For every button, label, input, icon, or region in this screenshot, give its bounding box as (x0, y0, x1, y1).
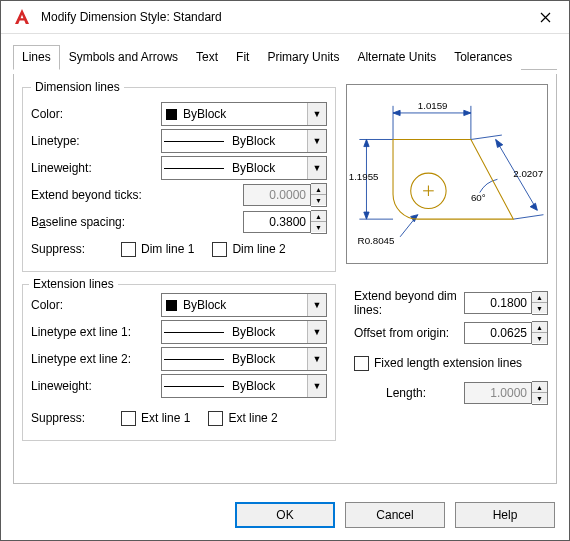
dialog-body: Lines Symbols and Arrows Text Fit Primar… (1, 34, 569, 492)
label-fixed-length: Length: (354, 386, 464, 400)
tab-alternate-units[interactable]: Alternate Units (348, 45, 445, 70)
lineweight-sample-icon (164, 168, 224, 169)
checkbox-fixed-length[interactable]: Fixed length extension lines (354, 356, 522, 371)
chevron-down-icon: ▼ (307, 375, 326, 397)
preview-dim-angle: 60° (471, 192, 486, 203)
label-offset-from-origin: Offset from origin: (354, 326, 464, 340)
window-title: Modify Dimension Style: Standard (41, 10, 523, 24)
tab-symbols[interactable]: Symbols and Arrows (60, 45, 187, 70)
tab-tolerances[interactable]: Tolerances (445, 45, 521, 70)
checkbox-icon (208, 411, 223, 426)
checkbox-icon (354, 356, 369, 371)
titlebar: Modify Dimension Style: Standard (1, 1, 569, 34)
checkbox-ext-line-1[interactable]: Ext line 1 (121, 411, 190, 426)
chevron-down-icon: ▼ (307, 321, 326, 343)
input-extend-beyond-dim-lines[interactable] (464, 292, 532, 314)
combo-ext-color[interactable]: ByBlock ▼ (161, 293, 327, 317)
combo-ext-lineweight[interactable]: ByBlock ▼ (161, 374, 327, 398)
spinner-buttons[interactable]: ▲▼ (532, 291, 548, 315)
lineweight-sample-icon (164, 386, 224, 387)
label-extend-beyond-dim-lines: Extend beyond dim lines: (354, 289, 464, 317)
checkbox-label: Ext line 2 (228, 411, 277, 425)
checkbox-label: Fixed length extension lines (374, 356, 522, 370)
spinner-baseline-spacing[interactable]: ▲▼ (243, 210, 327, 234)
app-logo-icon (9, 4, 35, 30)
tab-text[interactable]: Text (187, 45, 227, 70)
tab-bar: Lines Symbols and Arrows Text Fit Primar… (13, 44, 557, 70)
preview-dim-left: 1.1955 (349, 171, 379, 182)
svg-marker-4 (464, 110, 471, 115)
help-button[interactable]: Help (455, 502, 555, 528)
tab-lines[interactable]: Lines (13, 45, 60, 70)
linetype-sample-icon (164, 332, 224, 333)
input-baseline-spacing[interactable] (243, 211, 311, 233)
combo-dim-color-value: ByBlock (183, 107, 324, 121)
dimension-preview: 1.0159 1.1955 2.0207 60° R0.8045 (346, 84, 548, 264)
chevron-down-icon: ▼ (307, 348, 326, 370)
linetype-sample-icon (164, 359, 224, 360)
spinner-fixed-length[interactable]: ▲▼ (464, 381, 548, 405)
label-dim-linetype: Linetype: (31, 134, 161, 148)
group-dimension-lines: Dimension lines Color: ByBlock ▼ Linetyp… (22, 80, 336, 272)
dialog-window: Modify Dimension Style: Standard Lines S… (0, 0, 570, 541)
checkbox-label: Ext line 1 (141, 411, 190, 425)
spinner-offset-from-origin[interactable]: ▲▼ (464, 321, 548, 345)
combo-dim-linetype[interactable]: ByBlock ▼ (161, 129, 327, 153)
label-ext-lt2: Linetype ext line 2: (31, 352, 161, 366)
checkbox-ext-line-2[interactable]: Ext line 2 (208, 411, 277, 426)
combo-dim-lineweight[interactable]: ByBlock ▼ (161, 156, 327, 180)
combo-dim-color[interactable]: ByBlock ▼ (161, 102, 327, 126)
chevron-down-icon: ▼ (307, 130, 326, 152)
preview-dim-radius: R0.8045 (358, 235, 395, 246)
spinner-buttons[interactable]: ▲▼ (311, 183, 327, 207)
legend-dimension-lines: Dimension lines (31, 80, 124, 94)
input-fixed-length (464, 382, 532, 404)
spinner-extend-beyond-ticks[interactable]: ▲▼ (243, 183, 327, 207)
chevron-down-icon: ▼ (307, 103, 326, 125)
combo-ext-lt2[interactable]: ByBlock ▼ (161, 347, 327, 371)
checkbox-icon (121, 242, 136, 257)
label-dim-color: Color: (31, 107, 161, 121)
tab-fit[interactable]: Fit (227, 45, 258, 70)
chevron-down-icon: ▼ (307, 157, 326, 179)
label-dim-suppress: Suppress: (31, 242, 121, 256)
combo-ext-color-value: ByBlock (183, 298, 324, 312)
svg-marker-12 (530, 203, 537, 210)
spinner-extend-beyond-dim-lines[interactable]: ▲▼ (464, 291, 548, 315)
svg-line-13 (471, 135, 502, 139)
input-offset-from-origin[interactable] (464, 322, 532, 344)
svg-line-14 (513, 215, 543, 219)
checkbox-dim-line-1[interactable]: Dim line 1 (121, 242, 194, 257)
color-swatch-icon (166, 300, 177, 311)
label-ext-lt1: Linetype ext line 1: (31, 325, 161, 339)
tab-panel-lines: Dimension lines Color: ByBlock ▼ Linetyp… (13, 74, 557, 484)
combo-ext-lt1[interactable]: ByBlock ▼ (161, 320, 327, 344)
label-dim-lineweight: Lineweight: (31, 161, 161, 175)
chevron-down-icon: ▼ (307, 294, 326, 316)
spinner-buttons[interactable]: ▲▼ (311, 210, 327, 234)
label-ext-lineweight: Lineweight: (31, 379, 161, 393)
cancel-button[interactable]: Cancel (345, 502, 445, 528)
legend-extension-lines: Extension lines (29, 277, 118, 291)
label-ext-color: Color: (31, 298, 161, 312)
checkbox-dim-line-2[interactable]: Dim line 2 (212, 242, 285, 257)
ok-button[interactable]: OK (235, 502, 335, 528)
group-extension-lines: Extension lines Color: ByBlock ▼ (22, 278, 336, 441)
close-button[interactable] (523, 2, 567, 32)
label-ext-suppress: Suppress: (31, 411, 121, 425)
spinner-buttons[interactable]: ▲▼ (532, 321, 548, 345)
label-baseline-spacing: Baseline spacing: (31, 215, 211, 229)
svg-marker-9 (364, 212, 369, 219)
checkbox-label: Dim line 2 (232, 242, 285, 256)
checkbox-label: Dim line 1 (141, 242, 194, 256)
tab-primary-units[interactable]: Primary Units (258, 45, 348, 70)
spinner-buttons[interactable]: ▲▼ (532, 381, 548, 405)
svg-marker-8 (364, 139, 369, 146)
button-bar: OK Cancel Help (235, 502, 555, 528)
svg-marker-3 (393, 110, 400, 115)
checkbox-icon (121, 411, 136, 426)
input-extend-beyond-ticks (243, 184, 311, 206)
svg-marker-11 (496, 139, 503, 147)
preview-dim-top: 1.0159 (418, 100, 448, 111)
color-swatch-icon (166, 109, 177, 120)
